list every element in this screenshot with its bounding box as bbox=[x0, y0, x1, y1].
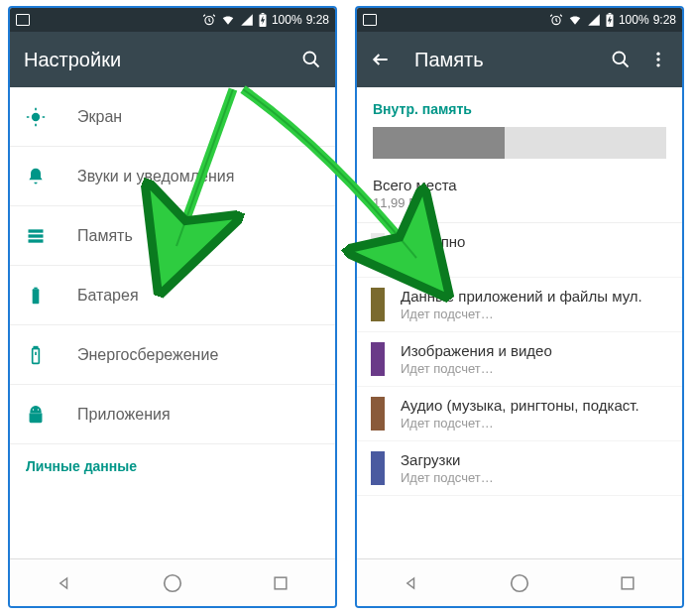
storage-row-downloads[interactable]: Загрузки Идет подсчет… bbox=[357, 441, 682, 496]
battery-icon bbox=[258, 13, 268, 27]
storage-swatch bbox=[371, 233, 385, 267]
settings-item-storage[interactable]: Память bbox=[10, 206, 335, 266]
search-icon[interactable] bbox=[611, 50, 631, 69]
storage-row-value: 6,63 ГБ bbox=[401, 252, 465, 267]
signal-icon bbox=[240, 13, 254, 27]
svg-rect-15 bbox=[275, 577, 287, 589]
nav-home-icon[interactable] bbox=[162, 572, 183, 594]
wifi-icon bbox=[220, 13, 236, 27]
nav-back-icon[interactable] bbox=[54, 572, 75, 594]
phone-settings: 100% 9:28 Настройки Экран Звуки и уведом… bbox=[8, 6, 337, 608]
storage-row-available[interactable]: Доступно 6,63 ГБ bbox=[357, 223, 682, 278]
svg-point-12 bbox=[33, 409, 34, 410]
back-icon[interactable] bbox=[371, 50, 391, 69]
storage-icon bbox=[26, 226, 65, 246]
storage-row-audio[interactable]: Аудио (музыка, рингтоны, подкаст. Идет п… bbox=[357, 387, 682, 441]
settings-item-apps[interactable]: Приложения bbox=[10, 385, 335, 444]
phone-storage: 100% 9:28 Память Внутр. память Всего мес… bbox=[355, 6, 684, 608]
settings-item-label: Приложения bbox=[77, 406, 171, 424]
svg-rect-8 bbox=[33, 289, 40, 304]
storage-row-label: Данные приложений и файлы мул. bbox=[401, 288, 642, 305]
storage-row-value: Идет подсчет… bbox=[401, 307, 642, 321]
storage-content: Внутр. память Всего места 11,99 ГБ Досту… bbox=[357, 87, 682, 558]
more-icon[interactable] bbox=[648, 50, 668, 69]
svg-point-13 bbox=[38, 409, 39, 410]
storage-row-value: Идет подсчет… bbox=[401, 361, 552, 376]
settings-item-power-saving[interactable]: Энергосбережение bbox=[10, 325, 335, 385]
display-icon bbox=[26, 107, 65, 127]
settings-item-label: Звуки и уведомления bbox=[77, 168, 234, 185]
storage-row-value: Идет подсчет… bbox=[401, 470, 494, 485]
clock: 9:28 bbox=[653, 13, 676, 27]
settings-item-display[interactable]: Экран bbox=[10, 87, 335, 147]
storage-swatch bbox=[371, 451, 385, 485]
svg-rect-9 bbox=[34, 287, 37, 289]
power-saving-icon bbox=[26, 345, 65, 365]
storage-swatch bbox=[371, 288, 385, 321]
storage-row-images[interactable]: Изображения и видео Идет подсчет… bbox=[357, 332, 682, 387]
storage-row-value: Идет подсчет… bbox=[401, 416, 639, 431]
storage-total-value: 11,99 ГБ bbox=[373, 195, 666, 210]
svg-point-14 bbox=[165, 574, 181, 591]
page-title: Память bbox=[414, 49, 611, 71]
settings-item-label: Экран bbox=[77, 108, 122, 126]
wifi-icon bbox=[567, 13, 583, 27]
page-title: Настройки bbox=[24, 49, 301, 71]
storage-row-label: Доступно bbox=[401, 233, 465, 250]
settings-item-label: Батарея bbox=[77, 287, 139, 305]
svg-point-19 bbox=[614, 53, 626, 64]
svg-point-22 bbox=[656, 63, 659, 66]
storage-row-label: Аудио (музыка, рингтоны, подкаст. bbox=[401, 397, 639, 414]
svg-point-21 bbox=[656, 58, 659, 61]
svg-point-3 bbox=[304, 53, 316, 64]
settings-item-battery[interactable]: Батарея bbox=[10, 266, 335, 325]
nav-back-icon[interactable] bbox=[401, 572, 422, 594]
settings-item-sound[interactable]: Звуки и уведомления bbox=[10, 147, 335, 206]
status-bar: 100% 9:28 bbox=[357, 8, 682, 32]
app-bar: Память bbox=[357, 32, 682, 87]
storage-swatch bbox=[371, 342, 385, 376]
signal-icon bbox=[587, 13, 601, 27]
storage-swatch bbox=[371, 397, 385, 431]
storage-usage-used bbox=[373, 127, 505, 159]
svg-point-20 bbox=[656, 53, 659, 56]
battery-icon bbox=[26, 286, 65, 306]
app-bar: Настройки bbox=[10, 32, 335, 87]
nav-home-icon[interactable] bbox=[509, 572, 530, 594]
clock: 9:28 bbox=[306, 13, 329, 27]
status-bar: 100% 9:28 bbox=[10, 8, 335, 32]
svg-rect-10 bbox=[33, 348, 40, 363]
battery-pct: 100% bbox=[619, 13, 649, 27]
settings-list: Экран Звуки и уведомления Память Батарея… bbox=[10, 87, 335, 558]
svg-rect-11 bbox=[34, 346, 37, 348]
battery-pct: 100% bbox=[272, 13, 302, 27]
settings-item-label: Память bbox=[77, 227, 133, 245]
storage-total-label: Всего места bbox=[373, 177, 666, 193]
storage-usage-bar bbox=[373, 127, 666, 159]
search-icon[interactable] bbox=[301, 50, 321, 69]
storage-row-label: Загрузки bbox=[401, 451, 494, 468]
storage-total: Всего места 11,99 ГБ bbox=[357, 173, 682, 223]
svg-rect-18 bbox=[609, 13, 612, 14]
bell-icon bbox=[26, 167, 65, 186]
svg-rect-5 bbox=[29, 229, 44, 232]
nav-bar bbox=[357, 558, 682, 606]
nav-bar bbox=[10, 558, 335, 606]
alarm-icon bbox=[549, 13, 563, 27]
battery-icon bbox=[605, 13, 615, 27]
storage-row-label: Изображения и видео bbox=[401, 342, 552, 359]
svg-point-23 bbox=[512, 574, 528, 591]
section-header-personal: Личные данные bbox=[10, 444, 335, 480]
nav-recent-icon[interactable] bbox=[617, 572, 638, 594]
nav-recent-icon[interactable] bbox=[270, 572, 291, 594]
settings-item-label: Энергосбережение bbox=[77, 346, 218, 364]
svg-rect-24 bbox=[622, 577, 634, 589]
svg-rect-2 bbox=[262, 13, 265, 14]
storage-row-apps[interactable]: Данные приложений и файлы мул. Идет подс… bbox=[357, 278, 682, 332]
android-icon bbox=[26, 405, 65, 425]
alarm-icon bbox=[202, 13, 216, 27]
svg-rect-7 bbox=[29, 239, 44, 242]
svg-rect-6 bbox=[29, 234, 44, 237]
screenshot-icon bbox=[363, 14, 377, 26]
screenshot-icon bbox=[16, 14, 30, 26]
